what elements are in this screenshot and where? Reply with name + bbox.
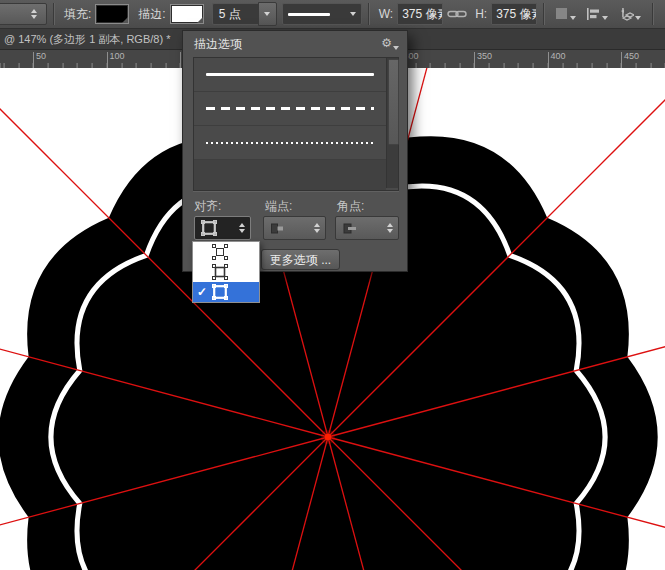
fill-label: 填充: bbox=[64, 6, 91, 23]
swatch-dropdown-icon bbox=[122, 17, 128, 23]
path-operations-icon bbox=[555, 7, 569, 21]
chevron-down-icon bbox=[350, 12, 356, 16]
link-dimensions-button[interactable] bbox=[447, 8, 467, 20]
height-label: H: bbox=[475, 7, 487, 21]
align-option-inside[interactable] bbox=[193, 242, 259, 262]
stroke-style-combobox[interactable] bbox=[282, 3, 362, 25]
tool-options-bar: 填充: 描边: 5 点 W: 375 像素 H: 375 像素 bbox=[0, 0, 665, 29]
miter-corner-icon bbox=[342, 222, 357, 235]
photoshop-window: 填充: 描边: 5 点 W: 375 像素 H: 375 像素 bbox=[0, 0, 665, 570]
stroke-width-dropdown-button[interactable] bbox=[258, 2, 277, 26]
tool-preset-combobox[interactable] bbox=[0, 3, 47, 25]
path-arrangement-button[interactable] bbox=[618, 7, 641, 21]
stroke-width-input[interactable]: 5 点 bbox=[212, 3, 258, 25]
stroke-preset-solid[interactable] bbox=[194, 58, 386, 92]
shape-height-input[interactable]: 375 像素 bbox=[491, 3, 537, 25]
divider bbox=[53, 3, 54, 25]
shape-width-input[interactable]: 375 像素 bbox=[397, 3, 443, 25]
panel-title: 描边选项 bbox=[194, 36, 242, 53]
chevron-down-icon bbox=[264, 12, 270, 16]
stroke-width-value: 5 点 bbox=[219, 6, 241, 23]
caps-combobox[interactable] bbox=[263, 216, 326, 240]
stroke-label: 描边: bbox=[138, 6, 165, 23]
caps-label: 端点: bbox=[265, 198, 292, 215]
stroke-options-panel: 描边选项 ⚙ 对齐: 端点: 角点: bbox=[182, 30, 408, 272]
updown-arrows-icon bbox=[314, 223, 320, 233]
stroke-inside-icon bbox=[212, 244, 228, 260]
align-dropdown-menu: ✓ bbox=[192, 241, 260, 303]
path-operations-button[interactable] bbox=[555, 7, 576, 21]
updown-arrows-icon bbox=[387, 223, 393, 233]
ruler-tick-label: 50 bbox=[36, 51, 46, 61]
path-arrangement-icon bbox=[618, 7, 634, 21]
shape-height-value: 375 像素 bbox=[496, 6, 537, 23]
updown-arrows-icon bbox=[239, 223, 245, 233]
ruler-major-tick bbox=[107, 52, 108, 68]
divider bbox=[652, 3, 653, 25]
preset-list-scrollbar[interactable] bbox=[386, 58, 398, 188]
chevron-down-icon bbox=[602, 16, 608, 20]
stroke-preset-dashed[interactable] bbox=[194, 92, 386, 126]
stroke-color-swatch[interactable] bbox=[170, 4, 204, 24]
butt-cap-icon bbox=[270, 222, 285, 235]
stroke-outside-icon bbox=[212, 284, 228, 300]
scrollbar-thumb[interactable] bbox=[388, 59, 399, 145]
fill-color-swatch[interactable] bbox=[95, 4, 129, 24]
gear-icon: ⚙ bbox=[381, 35, 392, 51]
panel-menu-button[interactable]: ⚙ bbox=[381, 35, 399, 51]
corners-combobox[interactable] bbox=[335, 216, 399, 240]
ruler-tick-label: 400 bbox=[551, 51, 566, 61]
path-alignment-button[interactable] bbox=[586, 7, 608, 21]
ruler-major-tick bbox=[33, 52, 34, 68]
more-options-button[interactable]: 更多选项 ... bbox=[261, 249, 340, 270]
solid-line-icon bbox=[288, 13, 330, 16]
solid-stroke-icon bbox=[206, 73, 374, 76]
updown-arrows-icon bbox=[31, 9, 37, 19]
swatch-dropdown-icon bbox=[197, 17, 203, 23]
ruler-tick-label: 350 bbox=[477, 51, 492, 61]
align-option-center[interactable] bbox=[193, 262, 259, 282]
preset-list-empty-area bbox=[194, 160, 386, 190]
ruler-major-tick bbox=[474, 52, 475, 68]
chevron-down-icon bbox=[393, 46, 399, 50]
checkmark-icon: ✓ bbox=[197, 282, 212, 302]
ray-center-dot bbox=[325, 434, 331, 440]
align-option-outside[interactable]: ✓ bbox=[193, 282, 259, 302]
stroke-preset-list bbox=[193, 57, 399, 191]
align-combobox[interactable] bbox=[194, 216, 251, 240]
align-label: 对齐: bbox=[194, 198, 221, 215]
chevron-down-icon bbox=[570, 16, 576, 20]
ruler-major-tick bbox=[180, 52, 181, 68]
ruler-tick-label: 450 bbox=[624, 51, 639, 61]
ruler-tick-label: 100 bbox=[110, 51, 125, 61]
dashed-stroke-icon bbox=[206, 107, 374, 110]
corners-label: 角点: bbox=[337, 198, 364, 215]
ruler-major-tick bbox=[548, 52, 549, 68]
link-icon bbox=[447, 8, 467, 20]
path-alignment-icon bbox=[586, 7, 601, 21]
divider bbox=[368, 3, 369, 25]
stroke-preset-dotted[interactable] bbox=[194, 126, 386, 160]
shape-width-value: 375 像素 bbox=[402, 6, 443, 23]
divider bbox=[543, 3, 544, 25]
ruler-major-tick bbox=[621, 52, 622, 68]
dotted-stroke-icon bbox=[206, 142, 374, 144]
stroke-center-icon bbox=[212, 264, 228, 280]
chevron-down-icon bbox=[635, 16, 641, 20]
width-label: W: bbox=[379, 7, 393, 21]
document-title: @ 147% (多边形 1 副本, RGB/8) * bbox=[4, 33, 170, 45]
stroke-outside-icon bbox=[201, 220, 217, 236]
